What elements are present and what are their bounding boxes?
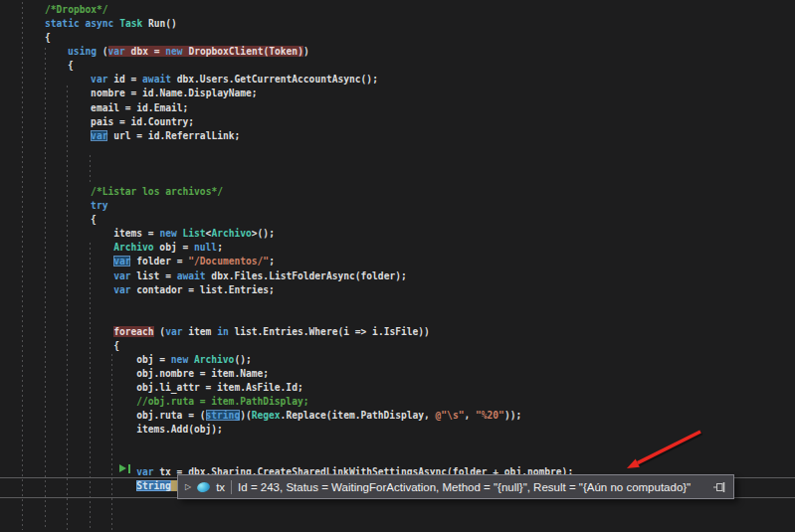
code-line[interactable]: { [91,213,97,227]
code-token: Regex [252,410,281,421]
code-line[interactable]: nombre = id.Name.DisplayName; [91,87,258,100]
code-token: string [206,410,241,421]
code-token: var [113,284,130,295]
code-token: nombre = id.Name.DisplayName; [91,88,258,98]
indent-guide [111,354,112,530]
pin-icon[interactable] [712,480,726,494]
indent-guide [67,86,68,530]
code-token: dbx.Users.GetCurrentAccountAsync(); [171,74,378,85]
code-line[interactable]: items.Add(obj); [136,423,223,437]
code-token: var [165,326,182,337]
code-token: list = [130,270,176,281]
code-token: obj = [136,354,171,365]
run-triangle-icon [119,464,126,472]
code-token: items = [113,228,159,239]
code-token: try [91,200,107,211]
code-token: Task [119,18,142,29]
code-line[interactable]: var contador = list.Entries; [113,283,275,297]
code-token: items.Add(obj); [136,424,223,435]
code-line[interactable]: /*Dropbox*/ [45,3,108,17]
code-line[interactable]: var list = await dbx.Files.ListFolderAsy… [113,269,407,283]
code-token: /*Listar los archivos*/ [91,186,223,197]
code-token: var [91,130,107,141]
code-token: new [171,354,188,365]
code-token: , [464,410,476,421]
code-token: new [159,228,176,239]
code-line[interactable]: Archivo obj = null; [113,241,223,255]
code-token: obj.nombre = item.Name; [136,368,269,379]
local-variable-icon [196,480,211,493]
code-line[interactable]: //obj.ruta = item.PathDisplay; [136,395,308,409]
code-token: { [113,340,119,351]
code-token: null [194,242,217,253]
code-token: foreach [113,326,153,337]
code-line[interactable]: /*Listar los archivos*/ [91,185,223,199]
indent-guide [22,2,23,530]
code-token: String [136,480,171,491]
code-token: ( [102,46,108,57]
code-line[interactable]: obj = new Archivo(); [136,353,252,367]
code-line[interactable]: using (var dbx = new DropboxClient(Token… [68,45,309,59]
code-token: //obj.ruta = item.PathDisplay; [136,396,308,407]
code-line[interactable]: var id = await dbx.Users.GetCurrentAccou… [91,73,378,87]
code-token: dbx = [125,46,165,57]
code-token: List [182,228,205,239]
code-token: Archivo [211,228,251,239]
code-token: .Replace(item.PathDisplay, [281,410,436,421]
code-token [171,480,177,491]
code-token: static async [45,18,119,29]
code-token: )); [504,410,521,421]
code-token: contador = list.Entries; [130,284,274,295]
code-token: await [142,74,171,85]
code-token: pais = id.Country; [91,116,194,127]
code-token: /*Dropbox*/ [45,4,108,15]
datatip-divider [231,480,232,494]
debug-run-icon[interactable] [119,463,130,473]
code-token: ; [269,256,275,266]
code-token: (); [234,354,251,365]
code-line[interactable]: email = id.Email; [91,101,188,115]
datatip-value: Id = 243, Status = WaitingForActivation,… [238,481,691,493]
indent-guide [90,155,91,183]
run-bar-icon [128,464,130,473]
code-line[interactable]: static async Task Run() [45,17,177,31]
code-line[interactable]: { [68,59,74,73]
code-token: >(); [252,228,275,239]
code-line[interactable]: pais = id.Country; [91,115,194,129]
code-token: list.Entries.Where(i => i.IsFile)) [229,326,430,337]
code-token: obj = [154,242,194,253]
code-line[interactable]: obj.nombre = item.Name; [136,367,269,381]
code-token: Run() [142,18,177,29]
code-line[interactable]: obj.li_attr = item.AsFile.Id; [136,381,303,395]
code-token: "/Documentos/" [188,256,269,266]
code-line[interactable]: obj.ruta = (string)(Regex.Replace(item.P… [136,409,521,423]
code-token: ( [154,326,166,337]
code-token: item [182,326,217,337]
code-token: { [45,32,51,43]
code-line[interactable]: var url = id.ReferralLink; [91,129,240,143]
code-token: ; [217,242,223,253]
code-line[interactable]: items = new List<Archivo>(); [113,227,275,241]
code-line[interactable]: var folder = "/Documentos/"; [113,255,275,268]
expander-icon[interactable]: ▷ [185,483,191,491]
code-line[interactable]: try [91,199,107,213]
code-token: obj.li_attr = item.AsFile.Id; [136,382,303,393]
code-line[interactable]: { [45,31,51,45]
code-token: in [217,326,229,337]
code-line[interactable]: foreach (var item in list.Entries.Where(… [113,325,430,339]
code-token: var [108,46,125,57]
code-token: @"\s" [436,410,465,421]
code-line[interactable]: String [136,479,176,493]
code-token: id = [107,74,142,85]
code-token: ) [303,46,309,57]
code-token: var [136,466,153,477]
code-editor[interactable]: /*Dropbox*/static async Task Run(){using… [0,0,795,532]
code-line[interactable]: { [113,339,119,353]
debugger-datatip[interactable]: ▷ tx Id = 243, Status = WaitingForActiva… [177,474,734,499]
indent-guide [45,48,46,530]
code-token: { [91,214,97,225]
code-token: var [113,270,130,281]
code-token: dbx.Files.ListFolderAsync(folder); [206,270,407,281]
code-token: Archivo [194,354,234,365]
code-token: obj.ruta = ( [136,410,205,421]
